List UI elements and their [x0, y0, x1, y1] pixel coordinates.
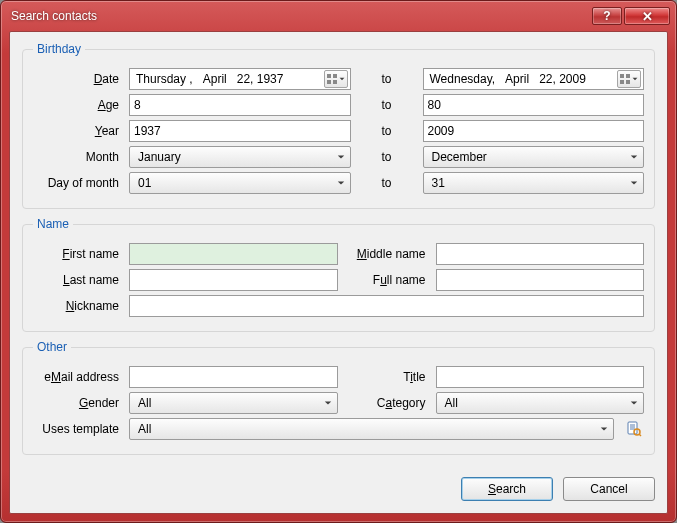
- category-value: All: [441, 396, 626, 410]
- dom-from-value: 01: [134, 176, 332, 190]
- date-to-weekday: Wednesday,: [430, 72, 496, 86]
- search-button-label: Search: [488, 482, 526, 496]
- gender-combo[interactable]: All: [129, 392, 338, 414]
- template-browse-button[interactable]: [624, 419, 644, 439]
- chevron-down-icon: [625, 393, 643, 413]
- cancel-button[interactable]: Cancel: [563, 477, 655, 501]
- dom-from-combo[interactable]: 01: [129, 172, 351, 194]
- label-year: Year: [33, 124, 123, 138]
- label-last-name: Last name: [33, 273, 123, 287]
- chevron-down-icon: [625, 147, 643, 167]
- month-to-value: December: [428, 150, 626, 164]
- date-from-picker[interactable]: Thursday , April 22, 1937: [129, 68, 351, 90]
- svg-line-5: [639, 434, 641, 436]
- row-month: Month January to December: [33, 146, 644, 168]
- date-to-dayyear: 22, 2009: [539, 72, 586, 86]
- label-month-to: to: [357, 150, 417, 164]
- date-from-calendar-button[interactable]: [324, 70, 348, 88]
- email-input[interactable]: [129, 366, 338, 388]
- chevron-down-icon: [339, 76, 345, 82]
- age-from-input[interactable]: [129, 94, 351, 116]
- chevron-down-icon: [595, 419, 613, 439]
- dialog-button-row: Search Cancel: [22, 471, 655, 501]
- title-input[interactable]: [436, 366, 645, 388]
- window-title: Search contacts: [11, 9, 590, 23]
- svg-rect-0: [628, 422, 637, 434]
- label-date-to: to: [357, 72, 417, 86]
- month-from-combo[interactable]: January: [129, 146, 351, 168]
- group-name: Name First name Middle name Last name Fu…: [22, 217, 655, 332]
- chevron-down-icon: [632, 76, 638, 82]
- group-other-legend: Other: [33, 340, 71, 354]
- row-gender-category: Gender All Category All: [33, 392, 644, 414]
- label-gender: Gender: [33, 396, 123, 410]
- date-from-month: April: [203, 72, 227, 86]
- row-first-middle: First name Middle name: [33, 243, 644, 265]
- month-from-value: January: [134, 150, 332, 164]
- client-area: Birthday Date Thursday , April 22, 1937 …: [9, 31, 668, 514]
- label-template: Uses template: [33, 422, 123, 436]
- group-name-legend: Name: [33, 217, 73, 231]
- nickname-input[interactable]: [129, 295, 644, 317]
- month-to-combo[interactable]: December: [423, 146, 645, 168]
- year-from-input[interactable]: [129, 120, 351, 142]
- label-date: Date: [33, 72, 123, 86]
- date-to-picker[interactable]: Wednesday, April 22, 2009: [423, 68, 645, 90]
- document-search-icon: [626, 421, 642, 437]
- dom-to-value: 31: [428, 176, 626, 190]
- titlebar[interactable]: Search contacts ? ✕: [1, 1, 676, 31]
- label-nickname: Nickname: [33, 299, 123, 313]
- row-year: Year to: [33, 120, 644, 142]
- gender-value: All: [134, 396, 319, 410]
- group-birthday-legend: Birthday: [33, 42, 85, 56]
- row-last-full: Last name Full name: [33, 269, 644, 291]
- label-title: Title: [344, 370, 430, 384]
- label-month: Month: [33, 150, 123, 164]
- close-icon: ✕: [642, 9, 653, 24]
- chevron-down-icon: [332, 147, 350, 167]
- label-email: eMail address: [33, 370, 123, 384]
- chevron-down-icon: [625, 173, 643, 193]
- label-year-to: to: [357, 124, 417, 138]
- cancel-button-label: Cancel: [590, 482, 627, 496]
- label-first-name: First name: [33, 247, 123, 261]
- date-to-month: April: [505, 72, 529, 86]
- label-age: Age: [33, 98, 123, 112]
- age-to-input[interactable]: [423, 94, 645, 116]
- group-other: Other eMail address Title Gender All Cat…: [22, 340, 655, 455]
- close-button[interactable]: ✕: [624, 7, 670, 25]
- label-dom: Day of month: [33, 176, 123, 190]
- group-birthday: Birthday Date Thursday , April 22, 1937 …: [22, 42, 655, 209]
- label-age-to: to: [357, 98, 417, 112]
- template-combo[interactable]: All: [129, 418, 614, 440]
- label-full-name: Full name: [344, 273, 430, 287]
- row-age: Age to: [33, 94, 644, 116]
- dom-to-combo[interactable]: 31: [423, 172, 645, 194]
- first-name-input[interactable]: [129, 243, 338, 265]
- year-to-input[interactable]: [423, 120, 645, 142]
- date-to-calendar-button[interactable]: [617, 70, 641, 88]
- row-email-title: eMail address Title: [33, 366, 644, 388]
- calendar-icon: [327, 74, 337, 84]
- help-button[interactable]: ?: [592, 7, 622, 25]
- row-date: Date Thursday , April 22, 1937 to Wednes…: [33, 68, 644, 90]
- search-button[interactable]: Search: [461, 477, 553, 501]
- calendar-icon: [620, 74, 630, 84]
- template-value: All: [134, 422, 595, 436]
- category-combo[interactable]: All: [436, 392, 645, 414]
- chevron-down-icon: [319, 393, 337, 413]
- label-category: Category: [344, 396, 430, 410]
- row-template: Uses template All: [33, 418, 644, 440]
- label-dom-to: to: [357, 176, 417, 190]
- full-name-input[interactable]: [436, 269, 645, 291]
- help-icon: ?: [603, 9, 610, 23]
- label-middle-name: Middle name: [344, 247, 430, 261]
- last-name-input[interactable]: [129, 269, 338, 291]
- chevron-down-icon: [332, 173, 350, 193]
- date-from-dayyear: 22, 1937: [237, 72, 284, 86]
- row-nickname: Nickname: [33, 295, 644, 317]
- middle-name-input[interactable]: [436, 243, 645, 265]
- dialog-window: Search contacts ? ✕ Birthday Date Thursd…: [0, 0, 677, 523]
- date-from-weekday: Thursday ,: [136, 72, 193, 86]
- row-dom: Day of month 01 to 31: [33, 172, 644, 194]
